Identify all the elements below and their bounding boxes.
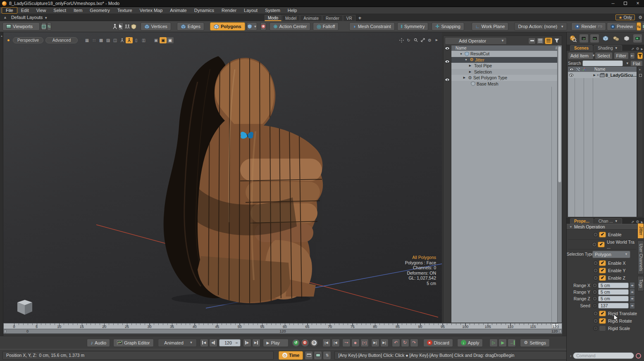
layout-split-icon[interactable] [41, 22, 46, 31]
preset-b-icon[interactable]: 54 [590, 34, 599, 43]
add-operator-dropdown[interactable]: Add Operator▼ [445, 37, 507, 45]
frame-filled-icon[interactable]: ▣ [167, 37, 174, 43]
layout-swap-icon[interactable]: ⇆ [47, 22, 51, 31]
search-input[interactable] [585, 61, 620, 66]
disable-icon[interactable]: ▩ [98, 37, 105, 43]
scene-item-row[interactable]: ▶ + 8_LadyGiScu... [568, 72, 637, 78]
mesh-op-row-jitter[interactable]: ▼ ⚙ Jitter [451, 57, 562, 63]
prev-key-button[interactable]: [◀ [322, 339, 331, 347]
expand-arrow-icon[interactable]: ▼ [464, 58, 468, 61]
dots-toggle-icon[interactable]: ∷ [91, 37, 98, 43]
tab-channels[interactable]: Chan ...▼ [594, 218, 622, 224]
frame-icon[interactable]: ▣ [153, 37, 160, 43]
selection-type-dropdown[interactable]: Polygon▼ [592, 251, 630, 258]
viewport-gear-icon[interactable]: ⚙ [426, 37, 433, 43]
snapping-button[interactable]: ✛ Snapping [432, 22, 464, 31]
collapse-left-icon[interactable]: ▲ [0, 35, 3, 37]
range-z-field[interactable]: 5 cm [598, 296, 629, 302]
command-history-icon[interactable] [636, 353, 641, 359]
menu-system[interactable]: System [261, 7, 284, 13]
mesh-op-row-base-mesh[interactable]: Base Mesh [451, 81, 562, 87]
maximize-viewport-icon[interactable] [419, 37, 426, 43]
range-x-stepper[interactable]: ◂▸ [630, 282, 635, 289]
figure-highlight-icon[interactable] [126, 37, 133, 43]
record-icon[interactable]: ● [351, 339, 360, 347]
enable-y-checkbox[interactable]: ✔ [599, 268, 606, 273]
key-shape-icon[interactable]: ~• [342, 339, 351, 347]
panel-more-icon[interactable]: ▶ [641, 48, 643, 51]
alarm-red-icon[interactable]: ◷ [301, 339, 309, 347]
tabbar-gear-icon[interactable]: ⚙ [638, 15, 642, 20]
mesh-op-row-selection[interactable]: ▶ Selection [451, 69, 562, 75]
add-mesh-icon[interactable] [611, 34, 621, 43]
next-key-alt-button[interactable]: ▶] [380, 339, 389, 347]
apply-button[interactable]: ↓ Apply [457, 339, 483, 347]
go-to-end-button[interactable]: ▶ [252, 339, 260, 347]
eye-icon[interactable] [445, 60, 450, 63]
seed-stepper[interactable]: ◂▸ [630, 302, 635, 309]
only-toggle[interactable]: ★ Only [615, 14, 635, 20]
viewports-button[interactable]: Viewports [2, 22, 40, 31]
play-outline-icon[interactable]: ▷ [489, 339, 498, 347]
audio-button[interactable]: ♪ Audio [87, 339, 110, 347]
scene-filter-funnel-icon[interactable] [637, 52, 643, 59]
add-cube-icon[interactable] [601, 34, 610, 43]
range-x-env-toggle[interactable] [592, 283, 597, 288]
shield-tan-icon[interactable] [131, 22, 136, 31]
key-braces-icon[interactable]: {+} [360, 339, 369, 347]
rigid-translate-checkbox[interactable]: ✔ [599, 311, 606, 316]
graph-editor-button[interactable]: Graph Editor [113, 339, 153, 347]
add-tab-button[interactable]: + [358, 15, 362, 21]
action-center-button[interactable]: ⊕ Action Center [270, 22, 310, 31]
use-world-env-toggle[interactable] [592, 242, 597, 247]
eye-icon[interactable] [445, 78, 450, 81]
filter-button[interactable]: Filter [614, 52, 629, 59]
frame-field[interactable]: ◂▸ [219, 339, 241, 347]
enable-z-env-toggle[interactable] [593, 276, 598, 280]
item-shield-dropdown[interactable]: ▼ [247, 22, 258, 31]
panel-gear-icon[interactable]: ⚙ [636, 47, 639, 51]
time-button[interactable]: ◷ Time [279, 351, 303, 360]
capsules-icon[interactable]: ▯▯ [140, 37, 147, 43]
close-button[interactable]: × [632, 0, 644, 7]
range-x-field[interactable]: 5 cm [598, 283, 629, 288]
mesh-op-row-set-polygon-type[interactable]: ▶ ⚙ Set Polygon Type [451, 75, 562, 81]
use-world-checkbox[interactable]: ✔ [598, 242, 605, 247]
edges-mode-button[interactable]: Edges [177, 22, 204, 31]
range-z-stepper[interactable]: ◂▸ [630, 295, 635, 302]
menu-view[interactable]: View [33, 7, 50, 13]
preview-sphere-icon[interactable] [568, 33, 578, 43]
updown-icon[interactable]: ⇅ [323, 351, 331, 360]
symmetry-button[interactable]: ‖ Symmetry [397, 22, 429, 31]
enable-z-checkbox[interactable]: ✔ [599, 275, 606, 281]
default-layouts-dropdown[interactable]: Default Layouts▼ [11, 15, 48, 20]
range-y-env-toggle[interactable] [592, 290, 597, 294]
menu-geometry[interactable]: Geometry [86, 7, 113, 13]
tab-vr[interactable]: VR [343, 15, 355, 21]
frame-selected-icon[interactable]: ▣ [160, 37, 167, 43]
work-plane-button[interactable]: ∟ Work Plane [472, 22, 508, 31]
preview-button[interactable]: Preview [607, 22, 637, 31]
anim-mode-dropdown[interactable]: Animated▼ [158, 339, 197, 347]
go-to-start-button[interactable]: ◀ [200, 339, 208, 347]
play-button[interactable]: ▶ Play [263, 339, 289, 347]
hatch-icon[interactable]: ▨ [105, 37, 112, 43]
frame-stepper-icon[interactable]: ◂▸ [235, 341, 238, 344]
expand-arrow-icon[interactable]: ▼ [459, 52, 463, 55]
menu-layout[interactable]: Layout [240, 7, 261, 13]
alarm-icon[interactable]: ◷ [310, 339, 318, 347]
menu-dynamics[interactable]: Dynamics [191, 7, 218, 13]
collapsed-arrow-icon[interactable]: ▶ [468, 64, 472, 67]
menu-select[interactable]: Select [50, 7, 70, 13]
rigid-scale-checkbox[interactable] [599, 325, 606, 331]
menu-texture[interactable]: Texture [114, 7, 136, 13]
back-icon[interactable]: ⇤ [630, 52, 635, 59]
strip-collapse-icon[interactable]: ▾ [639, 68, 641, 71]
tab-model[interactable]: Model [282, 15, 300, 21]
viewport-menu-dot[interactable] [7, 39, 10, 41]
pop-out-icon[interactable]: ⇗ [631, 220, 634, 224]
vertices-mode-button[interactable]: Vertices [141, 22, 171, 31]
tab-scenes[interactable]: Scenes [570, 45, 593, 51]
tab-animate[interactable]: Animate [300, 15, 322, 21]
range-start-handle[interactable] [4, 330, 6, 333]
